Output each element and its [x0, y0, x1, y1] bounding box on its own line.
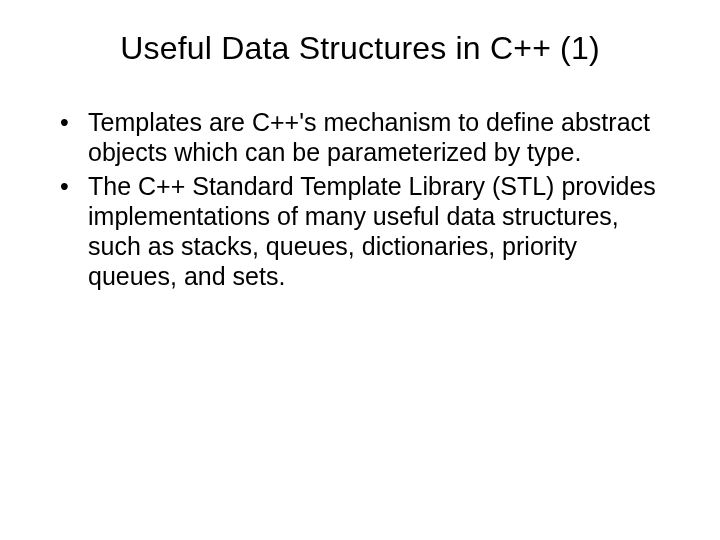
- list-item: Templates are C++'s mechanism to define …: [60, 107, 660, 167]
- slide-title: Useful Data Structures in C++ (1): [40, 30, 680, 67]
- slide: Useful Data Structures in C++ (1) Templa…: [0, 0, 720, 540]
- list-item: The C++ Standard Template Library (STL) …: [60, 171, 660, 291]
- bullet-list: Templates are C++'s mechanism to define …: [40, 107, 680, 291]
